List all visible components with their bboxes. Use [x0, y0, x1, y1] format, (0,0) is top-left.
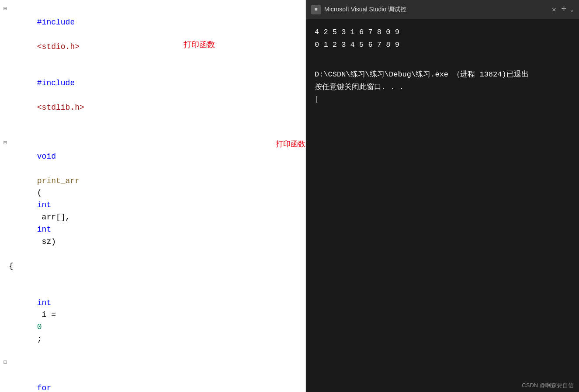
console-add-button[interactable]: + [562, 4, 567, 14]
output-line-wait: 按任意键关闭此窗口. . . [315, 81, 570, 94]
collapse-1[interactable]: ⊟ [0, 4, 8, 14]
code-panel: ⊟ #include <stdio.h> #include <stdlib.h>… [0, 0, 306, 392]
watermark: CSDN @啊森要自信 [306, 379, 579, 392]
output-line-2: 0 1 2 3 4 5 6 7 8 9 [315, 39, 570, 52]
console-close-button[interactable]: ✕ [552, 5, 556, 14]
console-titlebar: ■ Microsoft Visual Studio 调试控 ✕ + ⌄ [306, 0, 579, 19]
code-line-5: { [0, 260, 305, 273]
console-output: 4 2 5 3 1 6 7 8 0 9 0 1 2 3 4 5 6 7 8 9 … [306, 19, 579, 379]
code-line-7: ⊟ for (i = 0 ; i < sz; i++) [0, 358, 305, 392]
code-line-6: int i = 0 ; [0, 273, 305, 358]
annotation-print-label: 打印函数 [184, 39, 215, 50]
collapse-2 [0, 65, 8, 75]
code-line-1: ⊟ #include <stdio.h> [0, 4, 305, 65]
code-line-3 [0, 126, 305, 139]
annotation-print-func: 打印函数 [276, 139, 305, 150]
output-cursor: | [315, 94, 570, 106]
code-line-2: #include <stdlib.h> [0, 65, 305, 126]
output-line-path: D:\CSDN\练习\练习\Debug\练习.exe （进程 13824)已退出 [315, 69, 570, 81]
output-line-blank [315, 52, 570, 64]
console-title: Microsoft Visual Studio 调试控 [324, 6, 552, 14]
console-panel: ■ Microsoft Visual Studio 调试控 ✕ + ⌄ 4 2 … [306, 0, 579, 392]
code-line-4: ⊟ void print_arr ( int arr[], int sz) 打印… [0, 139, 305, 260]
console-icon: ■ [311, 5, 321, 14]
output-line-1: 4 2 5 3 1 6 7 8 0 9 [315, 26, 570, 39]
console-chevron-button[interactable]: ⌄ [570, 6, 574, 13]
